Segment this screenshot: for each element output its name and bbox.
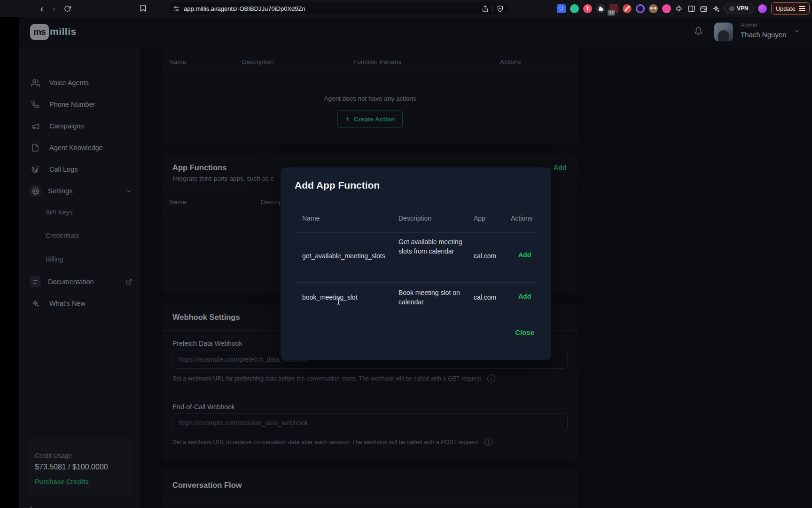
url-bar[interactable]: app.millis.ai/agents/-OBIBDJJu70iDp0Xd9Z… [168, 2, 508, 15]
extension-count-badge: 12 [608, 10, 615, 16]
vpn-label: VPN [737, 5, 749, 12]
browser-back-icon[interactable]: ‹ [36, 0, 48, 17]
brave-shield-icon[interactable] [497, 5, 504, 13]
extensions-row: T 12 [557, 0, 810, 17]
modal-column-description: Description [398, 214, 431, 222]
share-icon[interactable] [482, 5, 489, 12]
profile-avatar-icon[interactable] [758, 4, 767, 13]
browser-forward-icon[interactable]: › [48, 0, 60, 17]
function-app: cal.com [474, 293, 496, 302]
add-function-button[interactable]: Add [518, 251, 531, 259]
wallet-icon[interactable] [700, 5, 708, 13]
browser-toolbar: ‹ › app.millis.ai/agents/-OBIBDJJu70iDp0… [0, 0, 812, 17]
modal-column-app: App [474, 214, 485, 222]
bookmark-icon[interactable] [139, 4, 147, 13]
green-extension-icon[interactable] [570, 4, 579, 13]
site-settings-icon[interactable] [173, 5, 180, 12]
function-description: Book meeting slot on calendar [398, 288, 463, 307]
blocker-extension-icon[interactable] [623, 4, 632, 13]
modal-close-button[interactable]: Close [515, 328, 534, 336]
function-description: Get available meeting slots from calenda… [398, 237, 463, 256]
leo-sparkle-icon[interactable] [712, 5, 720, 13]
modal-title: Add App Function [295, 180, 380, 191]
browser-update-button[interactable]: Update [771, 2, 810, 15]
add-app-function-modal: Add App Function Name Description App Ac… [281, 167, 551, 360]
url-text[interactable]: app.millis.ai/agents/-OBIBDJJu70iDp0Xd9Z… [184, 5, 482, 12]
badge-extension-icon[interactable]: 12 [609, 4, 618, 13]
cloud-extension-icon[interactable] [596, 4, 605, 13]
owl-extension-icon[interactable] [649, 4, 658, 13]
add-function-button[interactable]: Add [518, 293, 531, 300]
vpn-button[interactable]: VPN [724, 3, 754, 14]
extensions-puzzle-icon[interactable] [675, 5, 683, 13]
bitwarden-extension-icon[interactable] [557, 4, 566, 13]
vpn-status-icon [729, 6, 734, 11]
modal-column-name: Name [302, 214, 320, 222]
browser-menu-icon [799, 5, 805, 12]
screen: ‹ › app.millis.ai/agents/-OBIBDJJu70iDp0… [0, 0, 812, 508]
function-app: cal.com [474, 251, 496, 261]
url-divider [492, 5, 493, 12]
purple-extension-icon[interactable] [636, 4, 645, 13]
function-name: book_meeting_slot [302, 293, 394, 302]
text-cursor-icon [336, 297, 341, 305]
modal-column-actions: Actions [511, 214, 532, 222]
pink-extension-icon[interactable] [662, 4, 671, 13]
red-extension-icon[interactable]: T [583, 4, 592, 13]
sidebar-panel-icon[interactable] [687, 5, 695, 13]
update-label: Update [776, 5, 796, 12]
browser-reload-icon[interactable] [60, 0, 74, 17]
function-name: get_available_meeting_slots [302, 251, 394, 261]
